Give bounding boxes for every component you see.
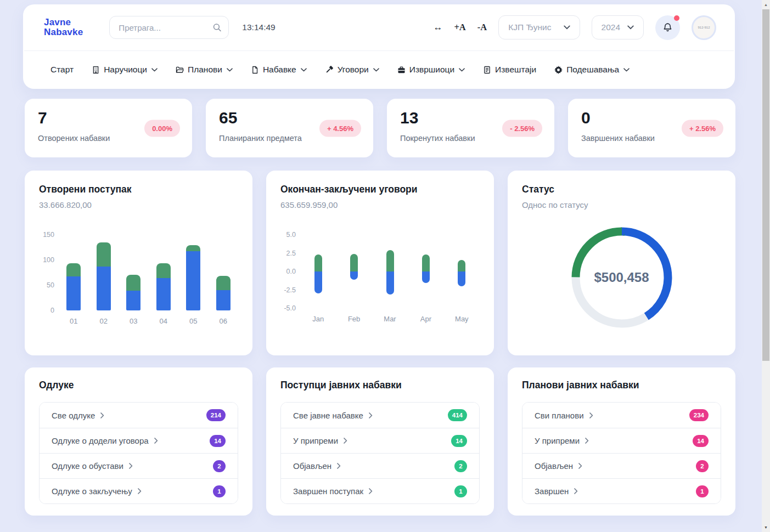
list-item-label: Завршен: [535, 486, 569, 496]
list-box: Све јавне набавке414У припреми14Објављен…: [280, 402, 480, 504]
stats-row: 7Отворених набавки0.00%65Планираних пред…: [25, 99, 735, 157]
bar-segment-green: [156, 263, 171, 278]
scrollbar-up-button[interactable]: ▲: [762, 0, 770, 9]
chart-subtitle: 33.666.820,00: [39, 200, 238, 210]
chevron-right-icon: [574, 488, 578, 494]
x-axis-tick: Mar: [372, 315, 408, 323]
count-badge: 14: [210, 435, 226, 447]
x-axis-tick: 06: [209, 317, 239, 325]
year-dropdown[interactable]: 2024: [592, 15, 644, 39]
year-dropdown-value: 2024: [602, 22, 620, 32]
list-card-title: Планови јавних набавки: [522, 380, 721, 391]
bar-column: [336, 235, 372, 308]
avatar[interactable]: 912-912: [692, 15, 716, 40]
chevron-right-icon: [589, 412, 593, 418]
chevron-right-icon: [129, 463, 133, 469]
list-item[interactable]: У припреми14: [281, 428, 479, 453]
nav-item-izvrsioci[interactable]: Извршиоци: [397, 65, 465, 75]
x-axis-tick: Jan: [300, 315, 336, 323]
bar-column: [119, 235, 149, 310]
nav-item-planovi[interactable]: Планови: [176, 65, 233, 75]
list-item[interactable]: Све одлуке214: [40, 403, 238, 428]
list-item-label: Одлуке о обустави: [52, 461, 123, 471]
list-item-label: Објављен: [535, 461, 573, 471]
bar-column: [300, 235, 336, 308]
plot-area: 010203040506: [59, 235, 238, 325]
building-icon: [92, 66, 100, 74]
chevron-right-icon: [585, 438, 589, 444]
scrollbar-down-button[interactable]: ▼: [762, 523, 770, 532]
stat-card-1: 65Планираних предмета+ 4.56%: [206, 99, 373, 157]
nav-item-ugovori[interactable]: Уговори: [325, 65, 379, 75]
bar-segment-green: [66, 263, 81, 277]
list-item[interactable]: У припреми14: [522, 428, 721, 453]
bar-segment-positive: [458, 260, 465, 271]
open-procedure-bar-chart: 150100500010203040506: [39, 235, 238, 325]
resize-width-button[interactable]: ↔: [433, 22, 442, 33]
plot: [300, 235, 480, 308]
nav-item-start[interactable]: Старт: [50, 65, 74, 75]
list-item[interactable]: Завршен поступак1: [281, 478, 479, 503]
list-item[interactable]: Све јавне набавке414: [281, 403, 479, 428]
x-axis-tick: 01: [59, 317, 89, 325]
y-axis: 150100500: [39, 235, 59, 310]
organization-dropdown[interactable]: КЈП Ђунис: [498, 15, 580, 39]
count-badge: 2: [696, 460, 709, 472]
logo-line1: Javne: [44, 18, 83, 27]
list-item-label: Објављен: [293, 461, 331, 471]
bar-segment-blue: [216, 290, 231, 310]
gavel-icon: [325, 65, 334, 74]
list-item[interactable]: Сви планови234: [522, 403, 721, 428]
font-increase-button[interactable]: +A: [454, 22, 465, 33]
app-logo[interactable]: Javne Nabavke: [44, 18, 83, 38]
header-top-row: Javne Nabavke 13:14:49 ↔ +A -A КЈП Ђунис: [23, 4, 735, 50]
list-box: Све одлуке214Одлуке о додели уговора14Од…: [39, 402, 238, 504]
status-donut-chart: $500,458: [568, 224, 676, 331]
nav-item-podesavanja[interactable]: Подешавања: [554, 65, 630, 75]
nav-item-nabavke[interactable]: Набавке: [251, 65, 307, 75]
stacked-bar: [97, 242, 111, 310]
bar-segment-blue: [156, 278, 171, 310]
bar-segment-negative: [314, 271, 322, 293]
chart-subtitle: Однос по статусу: [522, 200, 721, 210]
y-axis-tick: 5.0: [286, 231, 296, 239]
charts-row: Отворени поступак 33.666.820,00 15010050…: [25, 171, 735, 355]
font-decrease-button[interactable]: -A: [477, 22, 487, 33]
x-axis-labels: 010203040506: [59, 317, 238, 325]
y-axis-tick: 0: [50, 307, 54, 314]
list-item[interactable]: Објављен2: [522, 453, 721, 478]
scrollbar-thumb[interactable]: [762, 9, 769, 361]
avatar-label: 912-912: [698, 26, 710, 29]
nav-item-narucioci[interactable]: Наручиоци: [92, 65, 158, 75]
organization-dropdown-value: КЈП Ђунис: [508, 22, 551, 32]
bar-segment-negative: [386, 271, 394, 295]
search-icon[interactable]: [212, 23, 222, 32]
y-axis: 5.02.50.0-2.5-5.0: [280, 235, 300, 308]
list-item[interactable]: Одлуке о додели уговора14: [40, 428, 238, 453]
plot: [59, 235, 238, 310]
nav-item-izvestaji[interactable]: Извештаји: [483, 65, 536, 75]
logo-line2: Nabavke: [44, 27, 83, 37]
list-item[interactable]: Одлуке о закључењу1: [40, 478, 238, 503]
y-axis-tick: 2.5: [286, 250, 296, 257]
stat-change-badge: 0.00%: [144, 120, 180, 137]
open-procedure-chart-card: Отворени поступак 33.666.820,00 15010050…: [25, 171, 252, 355]
scrollbar: ▲ ▼: [762, 0, 770, 532]
search-input[interactable]: [109, 16, 229, 39]
bar-segment-blue: [97, 267, 111, 310]
lists-row: ОдлукеСве одлуке214Одлуке о додели угово…: [25, 367, 735, 516]
nav-item-label: Наручиоци: [104, 65, 147, 75]
list-item[interactable]: Завршен1: [522, 478, 721, 503]
notifications-button[interactable]: [655, 15, 680, 40]
chevron-right-icon: [154, 438, 158, 444]
list-item[interactable]: Одлуке о обустави2: [40, 453, 238, 478]
bar-segment-blue: [126, 291, 140, 310]
y-axis-tick: -2.5: [284, 286, 296, 294]
stacked-bar: [156, 263, 171, 310]
list-item-label: Одлуке о додели уговора: [52, 436, 149, 445]
list-item[interactable]: Објављен2: [281, 453, 479, 478]
search-box: [109, 16, 229, 39]
bar-column: [209, 235, 239, 310]
count-badge: 1: [696, 485, 709, 497]
chevron-down-icon: [373, 68, 379, 72]
